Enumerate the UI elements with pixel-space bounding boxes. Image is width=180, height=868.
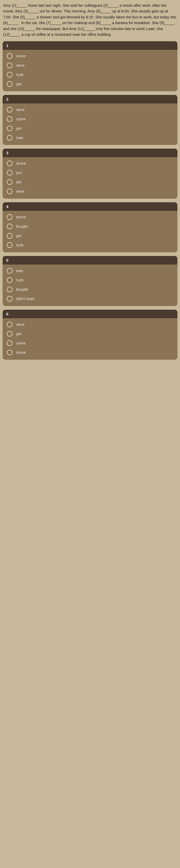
option-row-q4-1[interactable]: bought	[5, 222, 175, 231]
option-label-q6-2: came	[16, 341, 26, 345]
radio-circle-q5-3[interactable]	[7, 296, 12, 302]
option-label-q2-2: got	[16, 126, 22, 130]
option-label-q4-2: got	[16, 234, 22, 238]
option-row-q6-1[interactable]: got	[5, 329, 175, 338]
option-label-q3-3: went	[16, 189, 24, 193]
option-label-q6-3: drove	[16, 350, 26, 354]
radio-circle-q3-3[interactable]	[7, 189, 12, 194]
option-label-q1-3: got	[16, 82, 22, 86]
option-label-q4-0: drove	[16, 215, 26, 219]
option-label-q1-0: came	[16, 54, 26, 58]
option-label-q3-2: ate	[16, 180, 22, 184]
option-label-q6-1: got	[16, 332, 22, 336]
radio-circle-q1-1[interactable]	[7, 62, 12, 68]
question-block-2: 2wentcamegotsaw	[3, 95, 177, 145]
option-label-q2-3: saw	[16, 135, 23, 140]
option-row-q1-2[interactable]: took	[5, 70, 175, 80]
option-row-q1-3[interactable]: got	[5, 80, 175, 89]
radio-circle-q2-0[interactable]	[7, 107, 12, 113]
option-label-q1-1: went	[16, 63, 24, 67]
option-row-q2-1[interactable]: came	[5, 114, 175, 124]
option-row-q1-0[interactable]: came	[5, 51, 175, 61]
option-row-q2-3[interactable]: saw	[5, 133, 175, 143]
radio-circle-q1-0[interactable]	[7, 53, 12, 59]
radio-circle-q2-1[interactable]	[7, 116, 12, 122]
option-row-q2-2[interactable]: got	[5, 124, 175, 133]
option-row-q1-1[interactable]: went	[5, 61, 175, 70]
question-block-1: 1camewenttookgot	[3, 41, 177, 91]
option-row-q4-3[interactable]: took	[5, 240, 175, 250]
questions-wrapper: 1camewenttookgot2wentcamegotsaw3droveput…	[0, 41, 180, 360]
options-container-1: camewenttookgot	[3, 50, 177, 91]
option-label-q2-0: went	[16, 107, 24, 112]
question-number-2: 2	[3, 95, 177, 103]
option-row-q4-0[interactable]: drove	[5, 212, 175, 222]
radio-circle-q6-2[interactable]	[7, 340, 12, 346]
radio-circle-q5-1[interactable]	[7, 277, 12, 283]
option-row-q5-3[interactable]: didn't read	[5, 294, 175, 303]
question-block-4: 4droveboughtgottook	[3, 202, 177, 252]
options-container-3: droveputatewent	[3, 157, 177, 199]
radio-circle-q1-3[interactable]	[7, 81, 12, 87]
option-row-q5-1[interactable]: took	[5, 275, 175, 285]
options-container-4: droveboughtgottook	[3, 211, 177, 252]
radio-circle-q6-0[interactable]	[7, 321, 12, 327]
question-block-6: 6wentgotcamedrove	[3, 310, 177, 360]
option-label-q5-0: was	[16, 269, 23, 273]
option-label-q6-0: went	[16, 322, 24, 327]
option-row-q6-2[interactable]: came	[5, 338, 175, 348]
radio-circle-q3-2[interactable]	[7, 179, 12, 185]
radio-circle-q4-2[interactable]	[7, 233, 12, 239]
radio-circle-q3-0[interactable]	[7, 160, 12, 166]
passage-container: Amy (1)_____ home late last night. She a…	[0, 0, 180, 41]
option-row-q6-0[interactable]: went	[5, 320, 175, 329]
option-label-q5-3: didn't read	[16, 297, 34, 301]
question-number-5: 5	[3, 256, 177, 265]
option-row-q3-3[interactable]: went	[5, 187, 175, 196]
option-label-q5-2: bought	[16, 287, 28, 291]
option-row-q3-1[interactable]: put	[5, 168, 175, 177]
option-row-q6-3[interactable]: drove	[5, 348, 175, 357]
radio-circle-q4-3[interactable]	[7, 242, 12, 248]
options-container-6: wentgotcamedrove	[3, 318, 177, 360]
options-container-2: wentcamegotsaw	[3, 103, 177, 145]
question-number-6: 6	[3, 310, 177, 318]
option-label-q5-1: took	[16, 278, 23, 282]
radio-circle-q6-3[interactable]	[7, 349, 12, 355]
passage-text: Amy (1)_____ home late last night. She a…	[3, 3, 177, 38]
option-label-q3-1: put	[16, 170, 22, 175]
question-number-1: 1	[3, 41, 177, 50]
option-label-q2-1: came	[16, 117, 26, 121]
radio-circle-q5-0[interactable]	[7, 268, 12, 274]
option-row-q5-0[interactable]: was	[5, 266, 175, 275]
radio-circle-q2-2[interactable]	[7, 126, 12, 131]
radio-circle-q5-2[interactable]	[7, 286, 12, 292]
radio-circle-q3-1[interactable]	[7, 170, 12, 176]
option-row-q2-0[interactable]: went	[5, 105, 175, 114]
option-label-q1-2: took	[16, 72, 23, 77]
radio-circle-q1-2[interactable]	[7, 72, 12, 78]
option-row-q5-2[interactable]: bought	[5, 285, 175, 294]
option-label-q4-3: took	[16, 243, 23, 247]
option-row-q3-0[interactable]: drove	[5, 159, 175, 168]
question-block-5: 5wastookboughtdidn't read	[3, 256, 177, 306]
options-container-5: wastookboughtdidn't read	[3, 265, 177, 306]
question-block-3: 3droveputatewent	[3, 149, 177, 199]
radio-circle-q6-1[interactable]	[7, 331, 12, 337]
option-row-q4-2[interactable]: got	[5, 231, 175, 240]
option-label-q4-1: bought	[16, 224, 28, 228]
question-number-4: 4	[3, 202, 177, 211]
radio-circle-q4-0[interactable]	[7, 214, 12, 220]
option-row-q3-2[interactable]: ate	[5, 177, 175, 187]
radio-circle-q4-1[interactable]	[7, 223, 12, 229]
radio-circle-q2-3[interactable]	[7, 135, 12, 141]
option-label-q3-0: drove	[16, 161, 26, 165]
question-number-3: 3	[3, 149, 177, 157]
